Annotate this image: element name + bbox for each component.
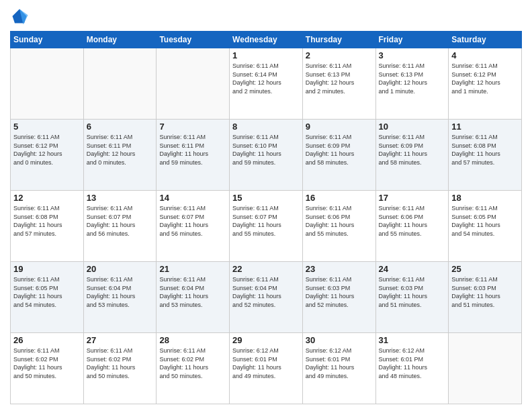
calendar-day-cell: 29Sunrise: 6:12 AM Sunset: 6:01 PM Dayli… xyxy=(230,333,303,404)
calendar-day-cell: 3Sunrise: 6:11 AM Sunset: 6:13 PM Daylig… xyxy=(375,48,449,120)
calendar-day-cell: 10Sunrise: 6:11 AM Sunset: 6:09 PM Dayli… xyxy=(375,120,449,191)
calendar-week-row: 12Sunrise: 6:11 AM Sunset: 6:08 PM Dayli… xyxy=(11,191,522,262)
day-info: Sunrise: 6:12 AM Sunset: 6:01 PM Dayligh… xyxy=(306,347,373,380)
day-number: 30 xyxy=(306,335,373,345)
day-header-saturday: Saturday xyxy=(449,32,522,48)
calendar-day-cell: 14Sunrise: 6:11 AM Sunset: 6:07 PM Dayli… xyxy=(157,191,230,262)
day-info: Sunrise: 6:12 AM Sunset: 6:01 PM Dayligh… xyxy=(379,347,446,380)
day-info: Sunrise: 6:11 AM Sunset: 6:04 PM Dayligh… xyxy=(159,275,226,309)
calendar-week-row: 1Sunrise: 6:11 AM Sunset: 6:14 PM Daylig… xyxy=(11,48,522,120)
day-number: 19 xyxy=(13,264,81,274)
day-number: 9 xyxy=(306,122,373,132)
calendar-day-cell: 7Sunrise: 6:11 AM Sunset: 6:11 PM Daylig… xyxy=(157,120,230,191)
day-number: 13 xyxy=(87,193,154,203)
calendar-empty-cell xyxy=(11,48,84,120)
day-info: Sunrise: 6:11 AM Sunset: 6:14 PM Dayligh… xyxy=(232,62,300,95)
calendar-day-cell: 18Sunrise: 6:11 AM Sunset: 6:05 PM Dayli… xyxy=(449,191,522,262)
day-number: 11 xyxy=(451,122,519,132)
calendar-day-cell: 16Sunrise: 6:11 AM Sunset: 6:06 PM Dayli… xyxy=(302,191,375,262)
day-number: 1 xyxy=(232,50,300,60)
calendar-empty-cell xyxy=(157,48,230,120)
day-info: Sunrise: 6:11 AM Sunset: 6:06 PM Dayligh… xyxy=(379,204,446,238)
day-info: Sunrise: 6:11 AM Sunset: 6:03 PM Dayligh… xyxy=(451,275,519,309)
calendar-day-cell: 12Sunrise: 6:11 AM Sunset: 6:08 PM Dayli… xyxy=(11,191,84,262)
day-number: 5 xyxy=(13,122,81,132)
logo-icon xyxy=(10,7,29,26)
day-number: 12 xyxy=(13,193,81,203)
day-info: Sunrise: 6:11 AM Sunset: 6:12 PM Dayligh… xyxy=(13,133,81,167)
calendar-day-cell: 1Sunrise: 6:11 AM Sunset: 6:14 PM Daylig… xyxy=(230,48,303,120)
day-info: Sunrise: 6:11 AM Sunset: 6:07 PM Dayligh… xyxy=(159,204,226,238)
calendar-day-cell: 17Sunrise: 6:11 AM Sunset: 6:06 PM Dayli… xyxy=(375,191,449,262)
day-info: Sunrise: 6:11 AM Sunset: 6:05 PM Dayligh… xyxy=(451,204,519,238)
day-info: Sunrise: 6:11 AM Sunset: 6:05 PM Dayligh… xyxy=(13,275,81,309)
day-number: 16 xyxy=(306,193,373,203)
day-number: 22 xyxy=(232,264,300,274)
day-info: Sunrise: 6:11 AM Sunset: 6:13 PM Dayligh… xyxy=(306,62,373,95)
day-info: Sunrise: 6:11 AM Sunset: 6:09 PM Dayligh… xyxy=(306,133,373,167)
calendar-day-cell: 8Sunrise: 6:11 AM Sunset: 6:10 PM Daylig… xyxy=(230,120,303,191)
day-info: Sunrise: 6:11 AM Sunset: 6:11 PM Dayligh… xyxy=(159,133,226,167)
calendar-day-cell: 2Sunrise: 6:11 AM Sunset: 6:13 PM Daylig… xyxy=(302,48,375,120)
calendar-table: SundayMondayTuesdayWednesdayThursdayFrid… xyxy=(10,31,522,404)
day-header-friday: Friday xyxy=(375,32,449,48)
day-number: 21 xyxy=(159,264,226,274)
day-number: 15 xyxy=(232,193,300,203)
day-info: Sunrise: 6:11 AM Sunset: 6:03 PM Dayligh… xyxy=(379,275,446,309)
day-info: Sunrise: 6:11 AM Sunset: 6:07 PM Dayligh… xyxy=(232,204,300,238)
day-number: 18 xyxy=(451,193,519,203)
day-header-sunday: Sunday xyxy=(11,32,84,48)
day-info: Sunrise: 6:11 AM Sunset: 6:04 PM Dayligh… xyxy=(87,275,154,309)
calendar-day-cell: 15Sunrise: 6:11 AM Sunset: 6:07 PM Dayli… xyxy=(230,191,303,262)
day-header-tuesday: Tuesday xyxy=(157,32,230,48)
day-number: 23 xyxy=(306,264,373,274)
calendar-day-cell: 27Sunrise: 6:11 AM Sunset: 6:02 PM Dayli… xyxy=(83,333,157,404)
calendar-header-row: SundayMondayTuesdayWednesdayThursdayFrid… xyxy=(11,32,522,48)
day-number: 31 xyxy=(379,335,446,345)
calendar-day-cell: 25Sunrise: 6:11 AM Sunset: 6:03 PM Dayli… xyxy=(449,262,522,333)
day-info: Sunrise: 6:11 AM Sunset: 6:07 PM Dayligh… xyxy=(87,204,154,238)
calendar-day-cell: 11Sunrise: 6:11 AM Sunset: 6:08 PM Dayli… xyxy=(449,120,522,191)
day-info: Sunrise: 6:11 AM Sunset: 6:03 PM Dayligh… xyxy=(306,275,373,309)
day-number: 2 xyxy=(306,50,373,60)
day-number: 3 xyxy=(379,50,446,60)
day-info: Sunrise: 6:11 AM Sunset: 6:11 PM Dayligh… xyxy=(87,133,154,167)
day-number: 7 xyxy=(159,122,226,132)
day-number: 26 xyxy=(13,335,81,345)
day-info: Sunrise: 6:11 AM Sunset: 6:04 PM Dayligh… xyxy=(232,275,300,309)
day-info: Sunrise: 6:11 AM Sunset: 6:06 PM Dayligh… xyxy=(306,204,373,238)
day-number: 10 xyxy=(379,122,446,132)
calendar-day-cell: 9Sunrise: 6:11 AM Sunset: 6:09 PM Daylig… xyxy=(302,120,375,191)
day-info: Sunrise: 6:11 AM Sunset: 6:02 PM Dayligh… xyxy=(13,347,81,380)
calendar-day-cell: 31Sunrise: 6:12 AM Sunset: 6:01 PM Dayli… xyxy=(375,333,449,404)
day-number: 25 xyxy=(451,264,519,274)
calendar-day-cell: 26Sunrise: 6:11 AM Sunset: 6:02 PM Dayli… xyxy=(11,333,84,404)
day-header-wednesday: Wednesday xyxy=(230,32,303,48)
day-number: 24 xyxy=(379,264,446,274)
calendar-day-cell: 5Sunrise: 6:11 AM Sunset: 6:12 PM Daylig… xyxy=(11,120,84,191)
day-number: 8 xyxy=(232,122,300,132)
day-info: Sunrise: 6:11 AM Sunset: 6:09 PM Dayligh… xyxy=(379,133,446,167)
day-number: 29 xyxy=(232,335,300,345)
calendar-day-cell: 6Sunrise: 6:11 AM Sunset: 6:11 PM Daylig… xyxy=(83,120,157,191)
day-info: Sunrise: 6:12 AM Sunset: 6:01 PM Dayligh… xyxy=(232,347,300,380)
day-info: Sunrise: 6:11 AM Sunset: 6:10 PM Dayligh… xyxy=(232,133,300,167)
day-number: 28 xyxy=(159,335,226,345)
page: SundayMondayTuesdayWednesdayThursdayFrid… xyxy=(0,0,532,411)
day-header-thursday: Thursday xyxy=(302,32,375,48)
day-number: 20 xyxy=(87,264,154,274)
header xyxy=(10,7,522,26)
calendar-day-cell: 24Sunrise: 6:11 AM Sunset: 6:03 PM Dayli… xyxy=(375,262,449,333)
calendar-week-row: 19Sunrise: 6:11 AM Sunset: 6:05 PM Dayli… xyxy=(11,262,522,333)
calendar-week-row: 26Sunrise: 6:11 AM Sunset: 6:02 PM Dayli… xyxy=(11,333,522,404)
calendar-week-row: 5Sunrise: 6:11 AM Sunset: 6:12 PM Daylig… xyxy=(11,120,522,191)
calendar-day-cell: 28Sunrise: 6:11 AM Sunset: 6:02 PM Dayli… xyxy=(157,333,230,404)
calendar-day-cell: 23Sunrise: 6:11 AM Sunset: 6:03 PM Dayli… xyxy=(302,262,375,333)
calendar-empty-cell xyxy=(449,333,522,404)
day-number: 27 xyxy=(87,335,154,345)
calendar-empty-cell xyxy=(83,48,157,120)
calendar-day-cell: 30Sunrise: 6:12 AM Sunset: 6:01 PM Dayli… xyxy=(302,333,375,404)
day-info: Sunrise: 6:11 AM Sunset: 6:13 PM Dayligh… xyxy=(379,62,446,95)
calendar-day-cell: 22Sunrise: 6:11 AM Sunset: 6:04 PM Dayli… xyxy=(230,262,303,333)
calendar-day-cell: 19Sunrise: 6:11 AM Sunset: 6:05 PM Dayli… xyxy=(11,262,84,333)
